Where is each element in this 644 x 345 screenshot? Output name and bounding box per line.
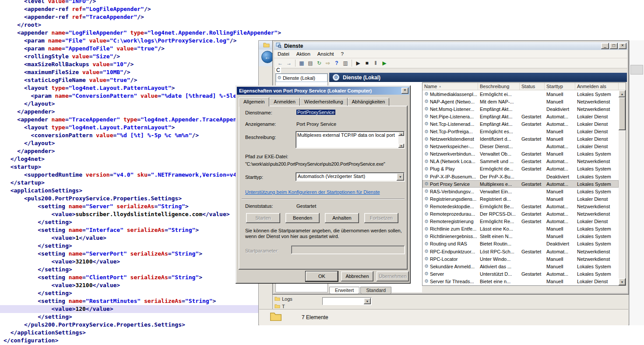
cell-text: Ermöglicht ei... [480,92,512,97]
details-header-title: Dienste (Lokal) [343,75,380,81]
tab-abhängigkeiten[interactable]: Abhängigkeiten [348,98,390,106]
view-tab-standard[interactable]: Standard [360,287,391,294]
startoptions-help-link[interactable]: Unterstützung beim Konfigurieren der Sta… [245,189,380,195]
cell-anmelden-als: Lokaler Dienst [575,279,619,284]
table-row[interactable]: ⚙Net.Tcp-Portfreiga...Ermöglicht es...Ma… [422,128,619,135]
refresh-icon[interactable]: ↻ [315,59,323,67]
column-header-name[interactable]: Name▲ [422,83,478,90]
tab-wiederherstellung[interactable]: Wiederherstellung [300,98,348,106]
folder-icon [263,41,270,49]
table-row[interactable]: ⚙RemoteregistrierungErmöglicht Re...Gest… [422,218,619,225]
beenden-button[interactable]: Beenden [285,213,320,223]
export-list-icon[interactable]: ⇨ [324,59,332,67]
cell-starttyp: Automat... [545,166,575,171]
column-header-status[interactable]: Status [520,83,545,90]
page-scrollbar[interactable] [629,40,644,325]
minimize-button[interactable]: _ [601,43,609,49]
table-row[interactable]: ⚙PnP-X-IP-Busenum...Der PnP-X-Bu...Deakt… [422,173,619,180]
table-row[interactable]: ⚙RPC-LocatorUnter Windo...ManuellNetzwer… [422,255,619,263]
services-window-titlebar[interactable]: Dienste _□× [274,42,627,50]
back-icon[interactable]: ← [276,59,284,67]
view-tab-erweitert[interactable]: Erweitert [329,287,359,294]
properties-icon[interactable]: ▥ [341,59,349,67]
cell-text: Netzwerkspeicher-... [430,144,474,149]
cell-beschreibung: Empfängt Akt... [478,121,520,127]
service-gear-icon: ⚙ [424,203,429,209]
table-row[interactable]: ⚙Netzwerkverbindun...Verwaltet Ob...Gest… [422,150,619,158]
help-icon[interactable]: ? [333,59,341,67]
close-icon[interactable]: × [401,88,408,94]
table-row[interactable]: ⚙Richtlinienergebniss...Stellt einen N..… [422,233,619,240]
menu-datei[interactable]: Datei [274,50,293,57]
column-header-beschreibung[interactable]: Beschreibung [478,83,520,90]
explorer-combobox[interactable]: ▼ [322,297,372,305]
forward-icon[interactable]: → [285,59,293,67]
tab-anmelden[interactable]: Anmelden [269,98,300,106]
scroll-up-icon[interactable]: ▲ [619,90,626,97]
table-row[interactable]: ⚙Remotedesktopdie...Ermöglicht Be...Gest… [422,203,619,210]
table-row[interactable]: ⚙NetzwerklistendienstIdentifiziert d...G… [422,135,619,143]
table-row[interactable]: ⚙NAP-Agent (Netwo...Mit dem NAP-...Manue… [422,98,619,105]
table-row[interactable]: ⚙Netzwerkspeicher-...Dieser Dienst...Aut… [422,143,619,150]
chevron-down-icon[interactable]: ▼ [364,298,371,304]
folder-tree-item[interactable]: Logs [274,295,292,302]
table-row[interactable]: ⚙Multimediaklassenpl...Ermöglicht ei...M… [422,90,619,98]
cell-status: Gestartet [520,136,545,142]
table-row[interactable]: ⚙RAS-Verbindungsv...Verwaltet Ein...Manu… [422,188,619,195]
folder-icon [270,311,282,323]
restart-service-icon[interactable]: ▶ [380,59,388,67]
startparameter-input[interactable] [291,245,405,254]
cell-starttyp: Deaktiviert [545,241,575,246]
cell-text: Manuell [546,256,563,262]
close-button[interactable]: × [619,43,626,49]
table-row[interactable]: ⚙Registrierungsdiens...Registriert di...… [422,195,619,203]
abbrechen-button[interactable]: Abbrechen [341,271,373,281]
stop-service-icon[interactable]: ■ [363,59,371,67]
table-row[interactable]: ⚙Richtlinie zum Entfe...Lässt eine Ko...… [422,225,619,233]
pause-service-icon[interactable]: ‖ [372,59,380,67]
table-row[interactable]: ⚙Remoteprozedurau...Der RPCSS-Di...Gesta… [422,210,619,218]
starttyp-select[interactable]: Automatisch (Verzögerter Start) ▼ [296,172,405,181]
table-row[interactable]: ⚙Net.Tcp-Listenerad...Empfängt Akt...Ges… [422,120,619,128]
table-row[interactable]: ⚙Routing und RASBietet Routin...Deaktivi… [422,240,619,248]
table-row[interactable]: ⚙Server für Threads...Bietet eine n...Ma… [422,277,619,285]
beschreibung-scrollbar[interactable]: ▲ ▼ [398,132,404,148]
tree-node-dienste-lokal[interactable]: ⚙ Dienste (Lokal) [276,74,327,82]
table-row[interactable]: ⚙RPC-Endpunktzuor...Löst RPC-Sch...Gesta… [422,248,619,255]
scroll-up-icon[interactable]: ▲ [398,132,404,136]
services-scrollbar[interactable]: ▲ ▼ [619,90,626,285]
cell-text: Automat... [546,219,568,224]
table-row[interactable]: ⚙Port Proxy ServiceMultiplexes e...Gesta… [422,180,619,188]
tab-allgemein[interactable]: Allgemein [239,97,269,107]
column-header-starttyp[interactable]: Starttyp [545,83,575,90]
list-view-icon[interactable]: ▤ [306,59,314,67]
anhalten-button[interactable]: Anhalten [325,213,359,223]
maximize-button[interactable]: □ [610,43,618,49]
scroll-down-icon[interactable]: ▼ [619,278,626,285]
start-service-icon[interactable]: ▶ [354,59,362,67]
table-row[interactable]: ⚙Sekundäre Anmeld...Aktiviert das ...Man… [422,263,619,270]
beschreibung-field[interactable]: Multiplexes external TCP/IP data on loca… [296,131,405,149]
table-row[interactable]: ⚙Plug & PlayErmöglicht de...GestartetAut… [422,165,619,173]
table-row[interactable]: ⚙ServerUnterstützt D...GestartetAutomat.… [422,270,619,277]
ok-button[interactable]: OK [306,271,338,281]
show-tree-icon[interactable]: ▦ [298,59,306,67]
menu-ansicht[interactable]: Ansicht [314,50,338,57]
table-row[interactable]: ⚙Net.Msmq-Listener...Empfängt Akt...Deak… [422,105,619,113]
chevron-down-icon[interactable]: ▼ [397,173,404,181]
cell-status: Gestartet [520,151,545,156]
column-header-anmelden-als[interactable]: Anmelden als [575,83,619,90]
page-scrollbar-thumb[interactable] [630,65,643,75]
cell-starttyp: Automat... [545,271,575,277]
cell-anmelden-als: Lokaler Dienst [575,219,619,224]
table-row[interactable]: ⚙Net.Pipe-Listenera...Empfängt Akt...Ges… [422,113,619,120]
dialog-titlebar[interactable]: Eigenschaften von Port Proxy Service (Lo… [237,87,409,95]
menu-help[interactable]: ? [338,50,347,57]
explorer-back-button[interactable]: ← [261,51,274,63]
cell-text: RPC-Endpunktzuor... [430,249,475,254]
scroll-down-icon[interactable]: ▼ [398,144,404,148]
scrollbar-thumb[interactable] [619,97,626,130]
cell-name: ⚙Netzwerkverbindun... [422,151,478,157]
table-row[interactable]: ⚙NLA (Network Loca...Sammelt und ...Gest… [422,158,619,165]
menu-aktion[interactable]: Aktion [293,50,314,57]
